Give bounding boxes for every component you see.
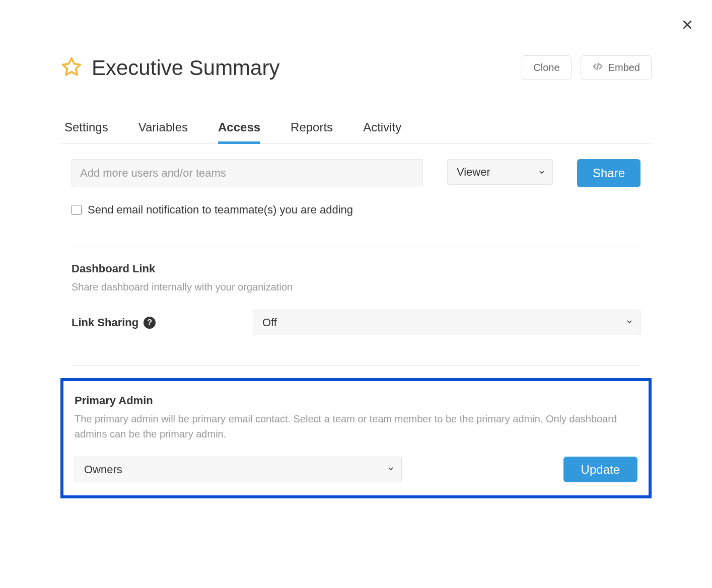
- star-icon[interactable]: [60, 56, 83, 80]
- link-sharing-label-wrap: Link Sharing ?: [72, 316, 238, 329]
- primary-admin-select[interactable]: Owners: [75, 457, 402, 482]
- divider: [72, 365, 640, 366]
- link-sharing-select[interactable]: Off: [253, 310, 640, 335]
- help-icon[interactable]: ?: [144, 317, 156, 329]
- tabs: Settings Variables Access Reports Activi…: [60, 120, 652, 144]
- share-button[interactable]: Share: [577, 159, 640, 187]
- primary-admin-section: Primary Admin The primary admin will be …: [60, 378, 652, 498]
- title-wrap: Executive Summary: [60, 56, 279, 80]
- role-select-wrap: Viewer: [447, 159, 553, 187]
- dashboard-link-heading: Dashboard Link: [72, 262, 640, 275]
- share-label: Share: [593, 166, 625, 180]
- link-sharing-row: Link Sharing ? Off: [72, 310, 640, 335]
- page-title: Executive Summary: [92, 56, 279, 80]
- dashboard-settings-modal: Executive Summary Clone Embed Settings V…: [0, 0, 712, 519]
- share-row: Viewer Share: [72, 159, 640, 187]
- link-sharing-select-wrap: Off: [253, 310, 640, 335]
- primary-admin-heading: Primary Admin: [75, 394, 637, 407]
- close-icon[interactable]: [681, 18, 694, 33]
- embed-label: Embed: [608, 62, 640, 74]
- update-button[interactable]: Update: [563, 457, 637, 482]
- tab-activity[interactable]: Activity: [363, 120, 401, 144]
- add-users-input[interactable]: [72, 159, 423, 187]
- tab-access[interactable]: Access: [218, 120, 260, 144]
- primary-admin-desc: The primary admin will be primary email …: [75, 411, 637, 442]
- clone-button[interactable]: Clone: [522, 55, 571, 80]
- primary-admin-select-wrap: Owners: [75, 457, 402, 482]
- update-label: Update: [581, 463, 620, 477]
- tab-reports[interactable]: Reports: [291, 120, 333, 144]
- notify-label: Send email notification to teammate(s) y…: [88, 203, 353, 216]
- notify-checkbox[interactable]: [72, 205, 82, 215]
- embed-icon: [592, 61, 603, 75]
- dashboard-link-section: Dashboard Link Share dashboard internall…: [60, 247, 652, 350]
- role-select[interactable]: Viewer: [447, 159, 553, 185]
- share-section: Viewer Share Send email notification to …: [60, 144, 652, 232]
- embed-button[interactable]: Embed: [581, 55, 652, 80]
- tab-variables[interactable]: Variables: [138, 120, 188, 144]
- header-actions: Clone Embed: [522, 55, 652, 80]
- dashboard-link-desc: Share dashboard internally with your org…: [72, 279, 640, 295]
- clone-label: Clone: [533, 62, 559, 74]
- link-sharing-label: Link Sharing: [72, 316, 138, 329]
- tab-settings[interactable]: Settings: [64, 120, 108, 144]
- primary-admin-row: Owners Update: [75, 457, 637, 482]
- notify-checkbox-row[interactable]: Send email notification to teammate(s) y…: [72, 203, 640, 216]
- modal-header: Executive Summary Clone Embed: [60, 55, 652, 80]
